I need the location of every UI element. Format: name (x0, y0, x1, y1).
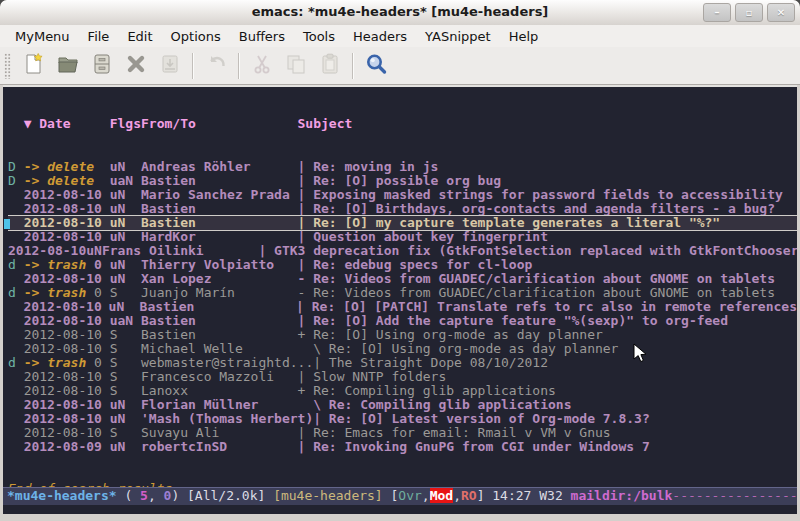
message-row[interactable]: 2012-08-10uNBastien| Re: [O] my capture … (8, 216, 797, 230)
date-cell: 2012-08-09 (24, 440, 110, 454)
toolbar-drag-handle[interactable] (4, 53, 11, 79)
message-row[interactable]: 2012-08-10SFrancesco Mazzoli| Slow NNTP … (8, 370, 797, 384)
copy-button[interactable] (279, 51, 313, 81)
message-row[interactable]: 2012-08-10SSuvayu Ali| Re: Emacs for ema… (8, 426, 797, 440)
maximize-button[interactable]: ▫ (735, 3, 763, 22)
message-row[interactable]: 2012-08-09uNrobertcInSD| Re: Invoking Gn… (8, 440, 797, 454)
minimize-button[interactable]: – (703, 3, 731, 22)
message-row[interactable]: 2012-08-10uNMario Sanchez Prada| Exposin… (8, 188, 797, 202)
menu-item-mymenu[interactable]: MyMenu (6, 27, 79, 46)
paste-button[interactable] (313, 51, 347, 81)
close-buffer-button[interactable] (119, 51, 153, 81)
date-cell: 2012-08-10 (24, 216, 110, 230)
message-row[interactable]: 2012-08-10uaNBastien| Re: [O] Add the ca… (8, 314, 797, 328)
flags-cell: uN (110, 216, 141, 230)
subject-cell: | Re: [O] Latest version of Org-mode 7.8… (313, 412, 650, 426)
mark-char-cell: D (8, 174, 24, 188)
message-row[interactable]: 2012-08-10uNBastien| Re: [O] [PATCH] Tra… (8, 300, 797, 314)
header-flags[interactable]: Flgs (110, 115, 141, 132)
message-row[interactable]: 2012-08-10uNHardKor| Question about key … (8, 230, 797, 244)
message-row[interactable]: 2012-08-10uNFrans Oilinki| GTK3 deprecat… (8, 244, 797, 258)
mark-arrow: -> (24, 258, 47, 272)
from-cell: Bastien (141, 174, 298, 188)
date-cell: 2012-08-10 (24, 188, 110, 202)
menu-item-options[interactable]: Options (162, 27, 230, 46)
message-row[interactable]: d-> trash 0Swebmaster@straightd...| The … (8, 356, 797, 370)
menu-item-buffers[interactable]: Buffers (230, 27, 294, 46)
subject-cell: | Re: [O] Add the capture feature "%(sex… (298, 314, 728, 328)
header-marker-spacer (8, 115, 24, 132)
mark-char-cell (8, 188, 24, 202)
subject-cell: - Re: Videos from GUADEC/clarification a… (298, 286, 775, 300)
subject-cell: | Re: [O] [PATCH] Translate refs to rc a… (296, 300, 797, 314)
header-from[interactable]: From/To (141, 115, 298, 132)
open-file-button[interactable] (51, 51, 85, 81)
menu-item-file[interactable]: File (79, 27, 119, 46)
subject-cell: | Re: [O] my capture template generates … (298, 216, 721, 230)
message-row[interactable]: d-> trash 0SJuanjo Marín- Re: Videos fro… (8, 286, 797, 300)
modeline-window-id: W32 (539, 488, 562, 503)
subject-cell: | Re: moving in js (298, 160, 439, 174)
cut-button[interactable] (245, 51, 279, 81)
from-cell: Thierry Volpiatto (141, 258, 298, 272)
from-cell: Frans Oilinki (102, 244, 259, 258)
close-x-icon (124, 52, 148, 80)
modeline-maildir: maildir:/bulk (571, 488, 673, 503)
modeline-line-number: 5 (140, 488, 148, 503)
message-row[interactable]: 2012-08-10SMichael Welle \ Re: [O] Using… (8, 342, 797, 356)
open-folder-icon (56, 52, 80, 80)
from-cell: Suvayu Ali (141, 426, 298, 440)
message-row[interactable]: 2012-08-10uNXan Lopez- Re: Videos from G… (8, 272, 797, 286)
header-date[interactable]: ▼ Date (24, 115, 110, 132)
menu-item-yasnippet[interactable]: YASnippet (416, 27, 500, 46)
mark-target-cell: -> trash 0 (24, 258, 110, 272)
message-row[interactable]: 2012-08-10uNBastien| Re: [O] Birthdays, … (8, 202, 797, 216)
close-button[interactable]: ✕ (767, 3, 795, 22)
mode-line[interactable]: *mu4e-headers* ( 5, 0) [All/2.0k] [mu4e-… (3, 487, 797, 505)
date-cell: 2012-08-10 (8, 244, 86, 258)
menu-item-headers[interactable]: Headers (344, 27, 416, 46)
message-row[interactable]: 2012-08-10SBastien+ Re: [O] Using org-mo… (8, 328, 797, 342)
search-button[interactable] (359, 51, 393, 81)
subject-cell: | Slow NNTP folders (298, 370, 447, 384)
message-row[interactable]: 2012-08-10uN'Mash (Thomas Herbert)| Re: … (8, 412, 797, 426)
modeline-modified-flag: Mod (430, 488, 453, 503)
mark-char-cell (8, 230, 24, 244)
mark-char-cell: d (8, 356, 24, 370)
date-residue: 0 (86, 286, 102, 300)
copy-icon (284, 52, 308, 80)
flags-cell: S (110, 286, 141, 300)
subject-cell: | Re: [O] possible org bug (298, 174, 502, 188)
undo-button[interactable] (199, 51, 233, 81)
tool-bar (0, 47, 800, 85)
flags-cell: uN (110, 412, 141, 426)
modeline-size: [All/2.0k] (187, 488, 273, 503)
new-file-icon (22, 52, 46, 80)
modeline-flags-close: ] (477, 488, 493, 503)
emacs-buffer[interactable]: ▼ Date Flgs From/To Subject D-> deleteuN… (3, 85, 797, 514)
mark-char-cell (8, 384, 24, 398)
message-row[interactable]: 2012-08-10SLanoxx+ Re: Compiling glib ap… (8, 384, 797, 398)
save-buffer-button[interactable] (153, 51, 187, 81)
message-row[interactable]: D-> deleteuaNBastien| Re: [O] possible o… (8, 174, 797, 188)
message-row[interactable]: 2012-08-10uNFlorian Müllner \ Re: Compil… (8, 398, 797, 412)
mark-char-cell (8, 412, 24, 426)
from-cell: Bastien (141, 314, 298, 328)
from-cell: Bastien (140, 300, 297, 314)
menu-item-help[interactable]: Help (500, 27, 548, 46)
date-cell: 2012-08-10 (24, 342, 110, 356)
subject-cell: + Re: Compiling glib applications (298, 384, 556, 398)
emacs-window: emacs: *mu4e-headers* [mu4e-headers] –▫✕… (0, 0, 800, 521)
header-subject[interactable]: Subject (298, 115, 353, 132)
message-row[interactable]: d-> trash 0uNThierry Volpiatto| Re: edeb… (8, 258, 797, 272)
flags-cell: S (110, 370, 141, 384)
new-file-button[interactable] (17, 51, 51, 81)
mark-arrow: -> (24, 160, 47, 174)
titlebar[interactable]: emacs: *mu4e-headers* [mu4e-headers] –▫✕ (0, 0, 800, 26)
from-cell: Xan Lopez (141, 272, 298, 286)
menu-item-edit[interactable]: Edit (118, 27, 161, 46)
menu-item-tools[interactable]: Tools (294, 27, 344, 46)
menu-bar: MyMenuFileEditOptionsBuffersToolsHeaders… (0, 25, 800, 47)
message-row[interactable]: D-> deleteuNAndreas Röhler| Re: moving i… (8, 160, 797, 174)
dired-button[interactable] (85, 51, 119, 81)
